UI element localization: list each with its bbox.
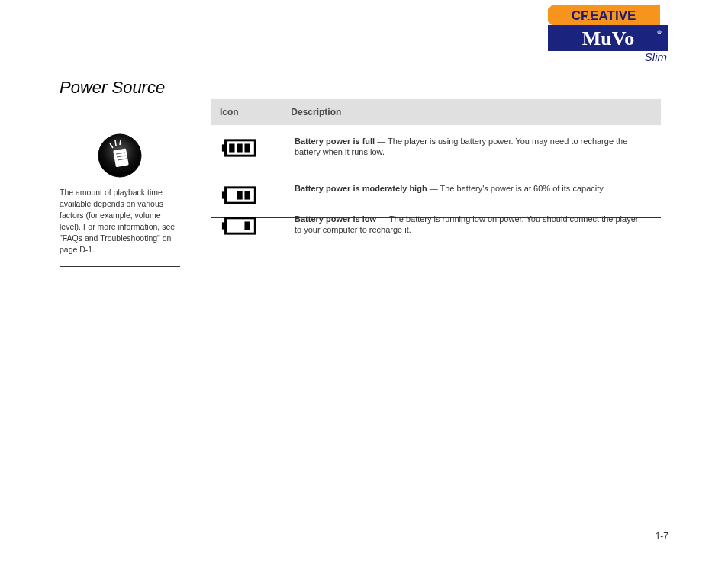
svg-rect-12 bbox=[229, 143, 234, 152]
creative-muvo-logo: CREATIVE MuVo R Slim bbox=[548, 5, 668, 63]
battery-medium-icon bbox=[221, 185, 267, 209]
col-desc-header: Description bbox=[291, 107, 341, 117]
row-title: Battery power is low bbox=[295, 214, 376, 224]
battery-low-icon bbox=[221, 215, 267, 240]
svg-rect-18 bbox=[244, 191, 250, 199]
svg-rect-13 bbox=[237, 143, 242, 152]
svg-rect-14 bbox=[244, 143, 250, 152]
svg-rect-19 bbox=[226, 218, 256, 233]
svg-rect-20 bbox=[222, 222, 226, 229]
table-row: Battery power is low — The battery is ru… bbox=[211, 209, 661, 255]
svg-text:CREATIVE: CREATIVE bbox=[572, 8, 636, 23]
tip-body: The amount of playback time available de… bbox=[60, 182, 180, 256]
svg-rect-16 bbox=[222, 191, 226, 198]
svg-text:Slim: Slim bbox=[645, 50, 667, 63]
svg-rect-17 bbox=[237, 191, 242, 199]
page-title: Power Source bbox=[60, 78, 165, 98]
svg-line-29 bbox=[115, 140, 116, 146]
row-body: — The battery's power is at 60% of its c… bbox=[427, 184, 605, 193]
row-title: Battery power is moderately high bbox=[295, 184, 427, 193]
page-number: 1-7 bbox=[656, 531, 668, 542]
tip-icon bbox=[97, 133, 143, 178]
svg-text:MuVo: MuVo bbox=[582, 27, 634, 50]
svg-rect-11 bbox=[222, 144, 226, 151]
col-icon-header: Icon bbox=[220, 107, 288, 117]
svg-line-30 bbox=[120, 140, 121, 145]
table-header: Icon Description bbox=[211, 99, 661, 125]
row-title: Battery power is full bbox=[295, 137, 375, 146]
table-row: Battery power is full — The player is us… bbox=[211, 131, 661, 178]
svg-rect-21 bbox=[244, 221, 250, 230]
battery-full-icon bbox=[221, 137, 267, 162]
tip-sidebar: The amount of playback time available de… bbox=[60, 133, 180, 267]
